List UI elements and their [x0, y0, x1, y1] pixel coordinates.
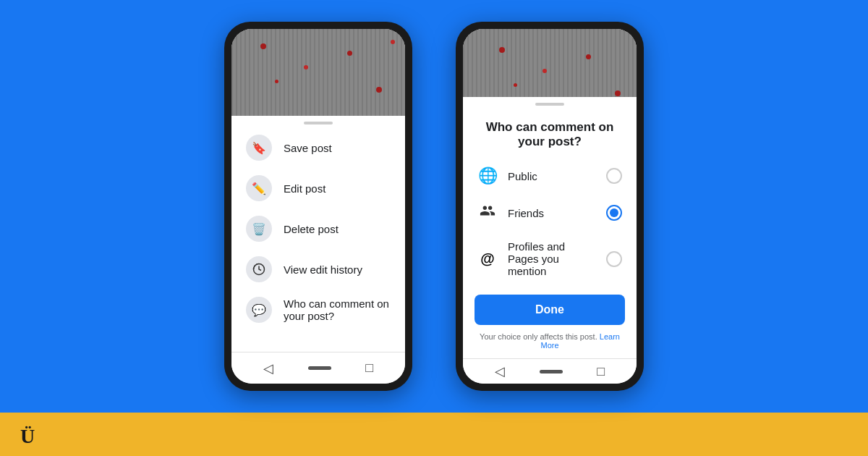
option-friends[interactable]: Friends [463, 194, 637, 232]
recents-button[interactable]: □ [365, 360, 373, 376]
logo-mark: Ü [17, 420, 46, 449]
delete-post-icon: 🗑️ [246, 216, 272, 242]
decor-dot [499, 47, 505, 53]
delete-post-label: Delete post [284, 223, 339, 235]
friends-radio[interactable] [606, 205, 622, 221]
view-edit-history-icon [246, 256, 272, 282]
back-button[interactable]: ◁ [263, 360, 273, 376]
right-recents-button[interactable]: □ [597, 364, 605, 379]
right-nav-bar: ◁ □ [463, 358, 637, 384]
decor-dot [376, 87, 382, 93]
decor-dot [275, 80, 278, 83]
decor-dot [304, 65, 308, 69]
option-public[interactable]: 🌐 Public [463, 158, 637, 194]
save-post-label: Save post [284, 142, 332, 154]
home-pill[interactable] [308, 366, 331, 370]
bottom-bar: Ü [0, 413, 868, 456]
decor-dot [391, 40, 395, 44]
option-profiles-pages[interactable]: @ Profiles and Pages you mention [463, 232, 637, 286]
view-edit-history-item[interactable]: View edit history [231, 249, 405, 290]
left-bottom-sheet: 🔖 Save post ✏️ Edit post 🗑️ Delete post [231, 116, 405, 352]
phone-left-inner: 🔖 Save post ✏️ Edit post 🗑️ Delete post [231, 29, 405, 384]
public-label: Public [508, 170, 596, 182]
right-sheet-handle [535, 103, 564, 106]
decor-dot [586, 54, 591, 59]
who-can-comment-icon: 💬 [246, 297, 272, 323]
friends-label: Friends [508, 207, 596, 219]
bg-pattern-right [463, 29, 637, 97]
friends-icon [477, 203, 498, 223]
decor-dot [615, 90, 621, 96]
edit-post-item[interactable]: ✏️ Edit post [231, 168, 405, 208]
profiles-pages-radio[interactable] [606, 251, 622, 267]
bg-pattern [231, 29, 405, 116]
edit-post-label: Edit post [284, 182, 326, 195]
decor-dot [514, 83, 517, 87]
delete-post-item[interactable]: 🗑️ Delete post [231, 208, 405, 249]
save-post-icon: 🔖 [246, 135, 272, 161]
dialog-title: Who can comment on your post? [463, 109, 637, 158]
view-edit-history-label: View edit history [284, 263, 362, 276]
left-nav-bar: ◁ □ [231, 352, 405, 384]
right-bottom-sheet: Who can comment on your post? 🌐 Public F… [463, 97, 637, 358]
footer-note: Your choice only affects this post. Lear… [463, 329, 637, 352]
who-can-comment-item[interactable]: 💬 Who can comment on your post? [231, 290, 405, 330]
public-icon: 🌐 [477, 166, 498, 185]
right-home-pill[interactable] [540, 370, 563, 373]
sheet-handle [304, 122, 333, 124]
phone-right: Who can comment on your post? 🌐 Public F… [456, 22, 644, 391]
who-can-comment-label: Who can comment on your post? [284, 297, 391, 322]
profiles-pages-label: Profiles and Pages you mention [508, 240, 596, 277]
public-radio[interactable] [606, 168, 622, 184]
profiles-pages-icon: @ [477, 250, 498, 267]
decor-dot [260, 43, 266, 49]
phone-right-inner: Who can comment on your post? 🌐 Public F… [463, 29, 637, 384]
right-back-button[interactable]: ◁ [495, 363, 505, 379]
main-area: 🔖 Save post ✏️ Edit post 🗑️ Delete post [0, 0, 868, 413]
save-post-item[interactable]: 🔖 Save post [231, 127, 405, 168]
phone-right-bg [463, 29, 637, 97]
done-button[interactable]: Done [475, 295, 625, 325]
phone-left-bg [231, 29, 405, 116]
svg-text:Ü: Ü [20, 425, 35, 447]
edit-post-icon: ✏️ [246, 175, 272, 201]
decor-dot [347, 51, 352, 56]
decor-dot [542, 69, 547, 73]
phone-left: 🔖 Save post ✏️ Edit post 🗑️ Delete post [224, 22, 412, 391]
radio-inner-dot [610, 208, 618, 217]
